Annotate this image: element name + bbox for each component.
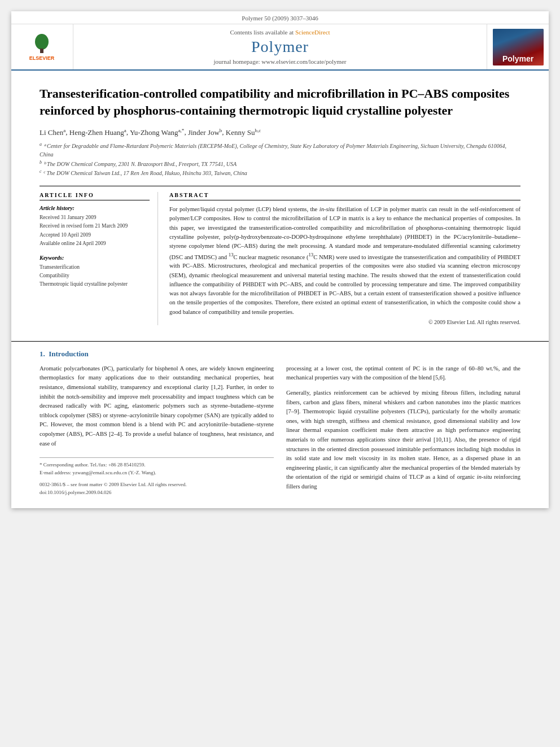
body-columns: Aromatic polycarbonates (PC), particular… <box>40 364 520 497</box>
footnote-issn: 0032-3861/$ – see front matter © 2009 El… <box>40 481 274 489</box>
svg-text:ELSEVIER: ELSEVIER <box>29 55 55 61</box>
article-info-column: ARTICLE INFO Article history: Received 3… <box>40 192 158 325</box>
body-col-right: processing at a lower cost, the optimal … <box>286 364 520 497</box>
sciencedirect-prefix: Contents lists available at <box>230 29 294 36</box>
email-value: yzwang@email.scu.edu.cn (Y.-Z. Wang). <box>72 470 156 475</box>
author5: Kenny Sub,c <box>226 128 261 137</box>
polymer-logo-box: Polymer <box>493 29 544 65</box>
elsevier-logo-icon: ELSEVIER <box>18 32 66 63</box>
affiliation-b: b ᵇ The DOW Chemical Company, 2301 N. Br… <box>40 159 520 169</box>
article-header-area: Transesterification-controlled compatibi… <box>11 71 549 335</box>
intro-para-1: Aromatic polycarbonates (PC), particular… <box>40 364 274 448</box>
article-info-heading: ARTICLE INFO <box>40 192 150 200</box>
main-body: 1. Introduction Aromatic polycarbonates … <box>11 341 549 509</box>
author1: Li Chena <box>40 128 65 137</box>
journal-volume-info: Polymer 50 (2009) 3037–3046 <box>11 11 549 24</box>
sciencedirect-link-text[interactable]: ScienceDirect <box>295 29 330 36</box>
author3: Yu-Zhong Wanga,* <box>130 128 184 137</box>
sciencedirect-info: Contents lists available at ScienceDirec… <box>230 29 330 36</box>
affiliation-a: a ᵃ Center for Degradable and Flame-Reta… <box>40 141 520 159</box>
article-title: Transesterification-controlled compatibi… <box>40 85 520 119</box>
abstract-text: For polymer/liquid crystal polymer (LCP)… <box>169 205 520 317</box>
journal-header: ELSEVIER Contents lists available at Sci… <box>11 24 549 71</box>
svg-point-1 <box>35 34 49 50</box>
footnote-doi: doi:10.1016/j.polymer.2009.04.026 <box>40 489 274 497</box>
footnotes: * Corresponding author. Tel./fax: +86 28… <box>40 457 274 496</box>
introduction-heading: 1. Introduction <box>40 350 520 359</box>
accepted-date: Accepted 10 April 2009 <box>40 231 150 239</box>
volume-text: Polymer 50 (2009) 3037–3046 <box>242 15 318 21</box>
copyright-text: © 2009 Elsevier Ltd. All rights reserved… <box>169 319 520 325</box>
footnote-email: E-mail address: yzwang@email.scu.edu.cn … <box>40 469 274 477</box>
abstract-heading: ABSTRACT <box>169 192 520 200</box>
keyword-3: Thermotropic liquid crystalline polyeste… <box>40 280 150 289</box>
available-date: Available online 24 April 2009 <box>40 239 150 248</box>
journal-homepage-text: journal homepage: www.elsevier.com/locat… <box>213 58 346 65</box>
footnote-corresponding: * Corresponding author. Tel./fax: +86 28… <box>40 461 274 469</box>
elsevier-logo-area: ELSEVIER <box>11 24 73 69</box>
article-history-heading: Article history: <box>40 205 150 211</box>
revised-date: Received in revised form 21 March 2009 <box>40 222 150 230</box>
polymer-logo-area: Polymer <box>487 24 549 69</box>
email-label: E-mail address: <box>40 470 71 475</box>
page: Polymer 50 (2009) 3037–3046 ELSEVIER Con… <box>11 11 549 508</box>
intro-para-2: processing at a lower cost, the optimal … <box>286 364 520 383</box>
received-date: Received 31 January 2009 <box>40 213 150 222</box>
abstract-column: ABSTRACT For polymer/liquid crystal poly… <box>169 192 520 325</box>
body-col-left: Aromatic polycarbonates (PC), particular… <box>40 364 274 497</box>
article-info-abstract: ARTICLE INFO Article history: Received 3… <box>40 186 520 325</box>
author4: Jinder Jowb <box>188 128 222 137</box>
affiliations: a ᵃ Center for Degradable and Flame-Reta… <box>40 141 520 178</box>
affiliation-c: c ᶜ The DOW Chemical Taiwan Ltd., 17 Ren… <box>40 168 520 178</box>
keywords-heading: Keywords: <box>40 255 150 261</box>
intro-para-3: Generally, plastics reinforcement can be… <box>286 388 520 491</box>
authors-line: Li Chena, Heng-Zhen Huanga, Yu-Zhong Wan… <box>40 126 520 138</box>
journal-title-area: Contents lists available at ScienceDirec… <box>73 24 487 69</box>
svg-rect-2 <box>40 49 43 53</box>
journal-name-text: Polymer <box>251 38 309 56</box>
keyword-2: Compatibility <box>40 272 150 280</box>
keyword-1: Transesterification <box>40 263 150 272</box>
author2: Heng-Zhen Huanga <box>69 128 126 137</box>
polymer-logo-text: Polymer <box>502 54 533 63</box>
